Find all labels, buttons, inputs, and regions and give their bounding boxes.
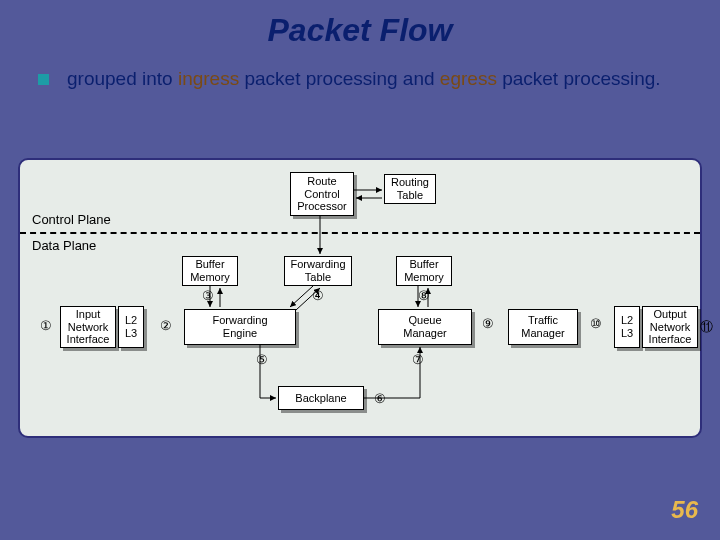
l2l3-ingress-box: L2L3 [118, 306, 144, 348]
bullet-row: grouped into ingress packet processing a… [0, 49, 720, 91]
description: grouped into ingress packet processing a… [67, 67, 661, 91]
desc-kw2: egress [440, 68, 497, 89]
l2l3-egress-box: L2L3 [614, 306, 640, 348]
desc-mid1: packet processing and [239, 68, 440, 89]
step-5: ⑤ [256, 352, 268, 367]
svg-line-5 [290, 286, 313, 307]
forwarding-table-box: ForwardingTable [284, 256, 352, 286]
traffic-manager-box: TrafficManager [508, 309, 578, 345]
buffer-memory-1-box: BufferMemory [182, 256, 238, 286]
slide-number: 56 [671, 496, 698, 524]
step-4: ④ [312, 288, 324, 303]
backplane-box: Backplane [278, 386, 364, 410]
step-9: ⑨ [482, 316, 494, 331]
routing-table-box: RoutingTable [384, 174, 436, 204]
step-7: ⑦ [412, 352, 424, 367]
input-network-interface-box: InputNetworkInterface [60, 306, 116, 348]
control-plane-label: Control Plane [32, 212, 111, 227]
queue-manager-box: QueueManager [378, 309, 472, 345]
data-plane-label: Data Plane [32, 238, 96, 253]
step-6: ⑥ [374, 391, 386, 406]
step-11: ⑪ [700, 318, 713, 336]
route-control-processor-box: RouteControlProcessor [290, 172, 354, 216]
desc-mid2: packet processing. [497, 68, 661, 89]
plane-divider [20, 232, 700, 234]
desc-pre: grouped into [67, 68, 178, 89]
output-network-interface-box: OutputNetworkInterface [642, 306, 698, 348]
diagram-container: Control Plane Data Plane RouteControlPro… [18, 158, 702, 438]
step-2: ② [160, 318, 172, 333]
step-10: ⑩ [590, 316, 602, 331]
desc-kw1: ingress [178, 68, 239, 89]
step-8: ⑧ [418, 288, 430, 303]
bullet-square-icon [38, 74, 49, 85]
forwarding-engine-box: ForwardingEngine [184, 309, 296, 345]
step-3: ③ [202, 288, 214, 303]
step-1: ① [40, 318, 52, 333]
buffer-memory-2-box: BufferMemory [396, 256, 452, 286]
slide-title: Packet Flow [0, 0, 720, 49]
